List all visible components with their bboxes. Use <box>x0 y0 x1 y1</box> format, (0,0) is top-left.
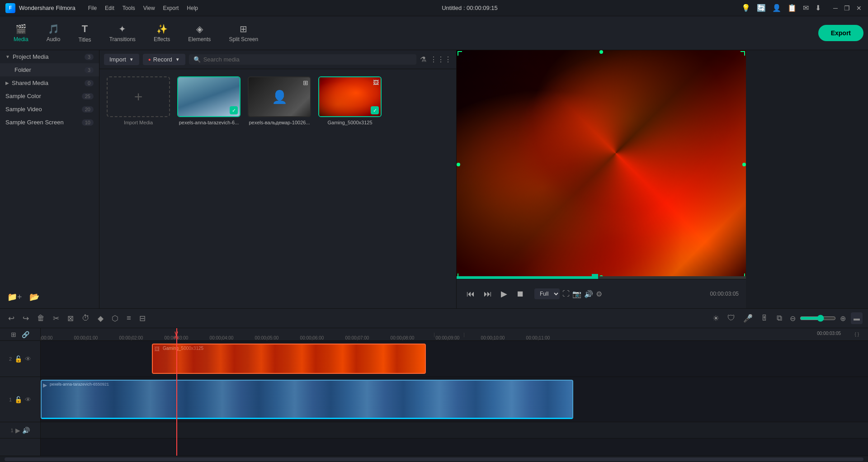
record-button[interactable]: ● Record ▼ <box>143 54 185 65</box>
toolbar-titles[interactable]: T Titles <box>69 20 100 46</box>
media-thumb-gaming[interactable]: ✓ 🖼 <box>318 76 382 117</box>
track-1-eye[interactable]: 👁 <box>25 396 31 403</box>
redo-button[interactable]: ↪ <box>20 312 32 325</box>
crop-button[interactable]: ⊠ <box>65 312 76 325</box>
menu-file[interactable]: File <box>88 5 97 11</box>
sun-button[interactable]: ☀ <box>710 312 722 325</box>
menu-export[interactable]: Export <box>163 5 179 11</box>
project-media-count: 3 <box>85 54 94 60</box>
toolbar-split-screen[interactable]: ⊞ Split Screen <box>220 21 267 45</box>
sample-video-count: 20 <box>82 106 94 113</box>
toolbar-effects[interactable]: ✨ Effects <box>145 21 179 45</box>
align-button[interactable]: ≡ <box>124 312 134 325</box>
snapshot-button[interactable]: 📷 <box>572 290 581 298</box>
add-track-button[interactable]: ⊞ <box>8 329 19 340</box>
delete-button[interactable]: 🗑 <box>34 312 47 325</box>
audio-play-icon[interactable]: ▶ <box>15 427 20 434</box>
sidebar-item-sample-green-screen[interactable]: Sample Green Screen 10 <box>0 116 99 129</box>
app-name: Wondershare Filmora <box>19 5 75 11</box>
import-media-placeholder[interactable]: + Import Media <box>107 76 170 125</box>
time-display: 00:00:03:05 <box>710 291 739 297</box>
open-folder-button[interactable]: 📂 <box>28 290 41 304</box>
refresh-icon[interactable]: 🔄 <box>757 4 766 12</box>
sidebar-item-sample-video[interactable]: Sample Video 20 <box>0 103 99 116</box>
shield-button[interactable]: 🛡 <box>725 312 738 325</box>
video-clip-gaming[interactable]: 🖼 Gaming_5000x3125 <box>152 344 426 374</box>
toolbar-transitions[interactable]: ✦ Transitions <box>100 21 145 45</box>
menu-help[interactable]: Help <box>187 5 198 11</box>
fullscreen-dropdown[interactable]: Full 1/2 1/4 <box>534 288 560 299</box>
color-button[interactable]: ◆ <box>95 312 106 325</box>
track-height-button[interactable]: ▬ <box>851 312 863 324</box>
media-panel: Import ▼ ● Record ▼ 🔍 ⚗ ⋮⋮⋮ + Import Med… <box>99 50 457 308</box>
track-1-num: 1 <box>9 397 12 402</box>
win-controls: ─ ❐ ✕ <box>832 5 863 12</box>
video-clip-pexels[interactable]: ▶ pexels-anna-tarazevich-6550921 <box>41 380 573 419</box>
play-button[interactable]: ▶ <box>498 286 510 302</box>
magic-button[interactable]: ⬡ <box>109 312 121 325</box>
timeline-scroll-thumb[interactable] <box>5 457 863 461</box>
undo-button[interactable]: ↩ <box>5 312 17 325</box>
ruler-line <box>448 337 448 340</box>
clip-button[interactable]: ⊟ <box>137 312 148 325</box>
menu-view[interactable]: View <box>143 5 155 11</box>
project-media-label: Project Media <box>13 53 48 60</box>
toolbar-audio[interactable]: 🎵 Audio <box>38 21 70 45</box>
media-thumb-pexels-anna[interactable]: ✓ <box>177 76 241 117</box>
sidebar-item-project-media[interactable]: ▼ Project Media 3 <box>0 50 99 63</box>
list-item[interactable]: 👤 ⊞ pexels-вальдемар-10026... <box>248 76 311 125</box>
stop-button[interactable]: ⏹ <box>514 287 527 302</box>
preview-progress-handle[interactable] <box>592 274 598 279</box>
media-thumb-pexels-vald[interactable]: 👤 ⊞ <box>248 76 311 117</box>
download-icon[interactable]: ⬇ <box>815 4 821 12</box>
sidebar-item-sample-color[interactable]: Sample Color 25 <box>0 90 99 103</box>
toolbar-media[interactable]: 🎬 Media <box>5 21 38 45</box>
sidebar-item-folder[interactable]: Folder 3 <box>0 63 99 76</box>
export-button[interactable]: Export <box>818 25 863 41</box>
track-1-lock[interactable]: 🔓 <box>14 396 22 403</box>
toolbar-media-label: Media <box>14 36 28 42</box>
sidebar-item-shared-media[interactable]: ▶ Shared Media 0 <box>0 76 99 90</box>
mail-icon[interactable]: ✉ <box>803 4 809 12</box>
ruler-time-end: 00:00:03:05 <box>817 331 841 336</box>
list-item[interactable]: ✓ 🖼 Gaming_5000x3125 <box>318 76 382 125</box>
ruler-line <box>41 337 41 340</box>
ruler-line <box>538 337 538 340</box>
bulb-icon[interactable]: 💡 <box>741 4 750 12</box>
mic-button[interactable]: 🎤 <box>741 312 755 325</box>
search-input[interactable] <box>203 56 412 63</box>
link-tracks-button[interactable]: 🔗 <box>19 329 32 340</box>
filter-icon[interactable]: ⚗ <box>420 55 426 64</box>
list-item[interactable]: ✓ pexels-anna-tarazevich-6... <box>177 76 241 125</box>
pip-button[interactable]: ⧉ <box>774 312 785 325</box>
rewind-button[interactable]: ⏮ <box>464 287 477 302</box>
track-2-lock[interactable]: 🔓 <box>14 355 22 363</box>
minimize-button[interactable]: ─ <box>832 5 839 12</box>
step-back-button[interactable]: ⏭ <box>481 287 495 302</box>
track-2-eye[interactable]: 👁 <box>25 355 31 363</box>
track-row-1: ▶ pexels-anna-tarazevich-6550921 <box>41 377 868 422</box>
import-placeholder-box[interactable]: + <box>107 76 170 117</box>
import-button[interactable]: Import ▼ <box>104 54 139 65</box>
main-area: ▼ Project Media 3 Folder 3 ▶ Shared Medi… <box>0 50 868 308</box>
zoom-out-button[interactable]: ⊖ <box>788 313 798 324</box>
user-icon[interactable]: 👤 <box>772 4 781 12</box>
bookmark-icon[interactable]: 📋 <box>788 4 797 12</box>
fullscreen-button[interactable]: ⛶ <box>562 290 570 298</box>
zoom-slider[interactable] <box>800 315 836 322</box>
settings-button[interactable]: ⚙ <box>596 290 602 298</box>
volume-button[interactable]: 🔊 <box>584 290 593 298</box>
menu-edit[interactable]: Edit <box>105 5 114 11</box>
add-folder-button[interactable]: 📁+ <box>5 290 24 304</box>
toolbar-elements[interactable]: ◈ Elements <box>179 21 220 45</box>
audio-mix-button[interactable]: 🎚 <box>758 312 771 325</box>
timeline-scrollbar[interactable] <box>0 456 868 462</box>
cut-button[interactable]: ✂ <box>50 312 62 325</box>
audio-volume-icon[interactable]: 🔊 <box>22 427 30 434</box>
maximize-button[interactable]: ❐ <box>844 5 851 12</box>
grid-view-icon[interactable]: ⋮⋮⋮ <box>430 55 452 64</box>
zoom-in-button[interactable]: ⊕ <box>838 313 848 324</box>
speed-button[interactable]: ⏱ <box>79 312 92 325</box>
menu-tools[interactable]: Tools <box>123 5 135 11</box>
close-button[interactable]: ✕ <box>855 5 863 12</box>
